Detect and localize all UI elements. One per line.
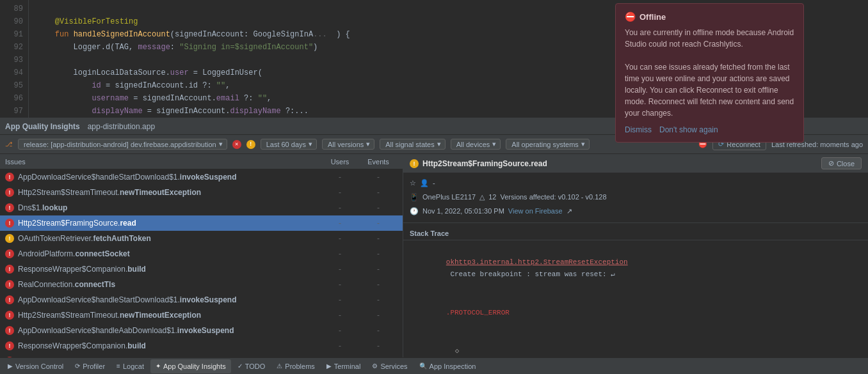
signal-states-dropdown[interactable]: All signal states ▾ xyxy=(380,139,445,150)
versions-dropdown[interactable]: All versions ▾ xyxy=(322,139,374,150)
issue-users: - xyxy=(321,188,359,197)
issue-name: ResponseWrapper$Companion.build xyxy=(18,265,321,274)
issue-icon: ! xyxy=(5,203,14,212)
issue-icon: ! xyxy=(5,265,14,274)
issue-icon: ! xyxy=(5,311,14,320)
issue-events: - xyxy=(359,341,398,350)
error-x-icon[interactable]: ✕ xyxy=(232,140,241,149)
issue-events: - xyxy=(359,311,398,320)
bottom-tab-profiler[interactable]: ⟳Profiler xyxy=(70,359,110,373)
issue-events: - xyxy=(359,234,398,243)
tab-icon: ▶ xyxy=(8,362,13,370)
close-button[interactable]: ⊘ Close xyxy=(821,157,862,169)
issues-col-label: Issues xyxy=(5,158,321,166)
issue-icon: ! xyxy=(5,295,14,304)
tab-icon: ⚠ xyxy=(277,362,282,370)
issue-row[interactable]: !ResponseWrapper$Companion.build-- xyxy=(0,261,403,277)
issue-events: - xyxy=(359,280,398,289)
detail-meta: ☆ 👤 - 📱 OnePlus LE2117 △ 12 Versions aff… xyxy=(403,173,868,223)
bottom-tab-problems[interactable]: ⚠Problems xyxy=(271,359,319,373)
tab-icon: ✦ xyxy=(156,362,161,370)
branch-icon: ⎇ xyxy=(5,141,13,148)
issue-icon: ! xyxy=(5,326,14,335)
view-firebase-link[interactable]: View on Firebase xyxy=(508,205,563,218)
issue-users: - xyxy=(321,234,359,243)
versions-range: Versions affected: v0.102 - v0.128 xyxy=(500,191,606,204)
meta-icons-row: ☆ 👤 - xyxy=(410,177,862,190)
dont-show-button[interactable]: Don't show again xyxy=(659,125,718,134)
tab-label: Profiler xyxy=(83,362,105,370)
line-numbers: 89 90 91 92 93 94 95 96 97 xyxy=(0,0,29,118)
issue-name: Http2Stream$StreamTimeout.newTimeoutExce… xyxy=(18,188,321,197)
date-text: Nov 1, 2022, 05:01:30 PM xyxy=(422,205,504,218)
release-dropdown[interactable]: release: [app-distribution-android] dev.… xyxy=(18,139,227,150)
os-arrow: ▾ xyxy=(581,140,585,148)
bottom-tab-app-inspection[interactable]: 🔍App Inspection xyxy=(414,359,481,373)
issue-users: - xyxy=(321,219,359,228)
time-range-dropdown[interactable]: Last 60 days ▾ xyxy=(261,139,317,150)
issues-panel: Issues Users Events !AppDownloadService$… xyxy=(0,154,403,357)
offline-header: ⛔ Offline xyxy=(625,12,794,22)
issues-column-header: Issues Users Events xyxy=(0,154,403,169)
tab-icon: ▶ xyxy=(326,362,332,370)
issue-row[interactable]: !AppDownloadService$handleAabDownload$1.… xyxy=(0,323,403,338)
issue-events: - xyxy=(359,173,398,182)
issue-name: AppDownloadService$handleStartDownload$1… xyxy=(18,295,321,304)
bottom-tab-services[interactable]: ⚙Services xyxy=(367,359,412,373)
external-link-icon: ↗ xyxy=(567,205,572,218)
issue-users: - xyxy=(321,341,359,350)
issue-icon: ! xyxy=(5,173,14,182)
bottom-tab-version-control[interactable]: ▶Version Control xyxy=(3,359,68,373)
issue-users: - xyxy=(321,203,359,212)
tab-label: Terminal xyxy=(334,362,361,370)
issue-icon: ! xyxy=(5,280,14,289)
detail-title-text: Http2Stream$FramingSource.read xyxy=(422,159,547,168)
issue-icon: ! xyxy=(5,341,14,350)
issue-name: RealConnection.connectTls xyxy=(18,280,321,289)
issue-users: - xyxy=(321,326,359,335)
issue-row[interactable]: !Http2Stream$StreamTimeout.newTimeoutExc… xyxy=(0,185,403,200)
issue-row[interactable]: !Dns$1.lookup-- xyxy=(0,200,403,215)
device-name: OnePlus LE2117 xyxy=(422,191,476,204)
warning-icon[interactable]: ! xyxy=(246,140,255,149)
bottom-tab-todo[interactable]: ✓TODO xyxy=(232,359,271,373)
issue-row[interactable]: !Http2Stream$FramingSource.read-- xyxy=(0,215,403,231)
issue-icon: ! xyxy=(5,219,14,228)
clock-icon: 🕐 xyxy=(410,205,419,218)
stack-line-1: okhttp3.internal.http2.StreamResetExcept… xyxy=(403,243,868,293)
tab-label: Logcat xyxy=(123,362,144,370)
issue-row[interactable]: !OAuthTokenRetriever.fetchAuthToken-- xyxy=(0,231,403,246)
bottom-tab-app-quality-insights[interactable]: ✦App Quality Insights xyxy=(150,359,231,373)
versions-arrow: ▾ xyxy=(366,140,370,148)
tab-icon: ⚙ xyxy=(372,362,378,370)
issue-name: AppDownloadService$handleStartDownload$1… xyxy=(18,173,321,182)
bottom-tab-terminal[interactable]: ▶Terminal xyxy=(321,359,366,373)
issues-list: !AppDownloadService$handleStartDownload$… xyxy=(0,169,403,357)
aqi-title: App Quality Insights xyxy=(5,122,80,131)
issue-row[interactable]: !ResponseWrapper$Companion.build-- xyxy=(0,338,403,354)
stack-line-2: ◇ okhttp3.internal.http2.Http2Stream$Fra… xyxy=(403,332,868,357)
devices-dropdown[interactable]: All devices ▾ xyxy=(451,139,501,150)
issue-row[interactable]: !AppDownloadService$handleStartDownload$… xyxy=(0,292,403,308)
dismiss-button[interactable]: Dismiss xyxy=(625,125,652,134)
issue-name: Http2Stream$StreamTimeout.newTimeoutExce… xyxy=(18,311,321,320)
issue-events: - xyxy=(359,249,398,258)
person-icon: 👤 xyxy=(420,177,429,190)
issue-name: AndroidPlatform.connectSocket xyxy=(18,249,321,258)
os-dropdown[interactable]: All operating systems ▾ xyxy=(506,139,590,150)
bottom-tab-logcat[interactable]: ≡Logcat xyxy=(111,359,149,373)
issue-users: - xyxy=(321,265,359,274)
issue-events: - xyxy=(359,265,398,274)
stack-exception-link[interactable]: okhttp3.internal.http2.StreamResetExcept… xyxy=(446,258,628,266)
issue-row[interactable]: !Http2Stream$StreamTimeout.newTimeoutExc… xyxy=(0,308,403,323)
tab-label: Services xyxy=(380,362,407,370)
bottom-bar: ▶Version Control⟳Profiler≡Logcat✦App Qua… xyxy=(0,357,868,374)
tab-label: App Inspection xyxy=(430,362,476,370)
offline-icon: ⛔ xyxy=(625,12,636,22)
issue-row[interactable]: !AndroidPlatform.connectSocket-- xyxy=(0,246,403,261)
issue-row[interactable]: !AppDownloadService$handleStartDownload$… xyxy=(0,169,403,185)
issue-row[interactable]: !RealConnection.connectTls-- xyxy=(0,277,403,292)
release-label: release: [app-distribution-android] dev.… xyxy=(24,141,216,148)
tab-label: TODO xyxy=(245,362,266,370)
tab-icon: ✓ xyxy=(237,362,243,370)
